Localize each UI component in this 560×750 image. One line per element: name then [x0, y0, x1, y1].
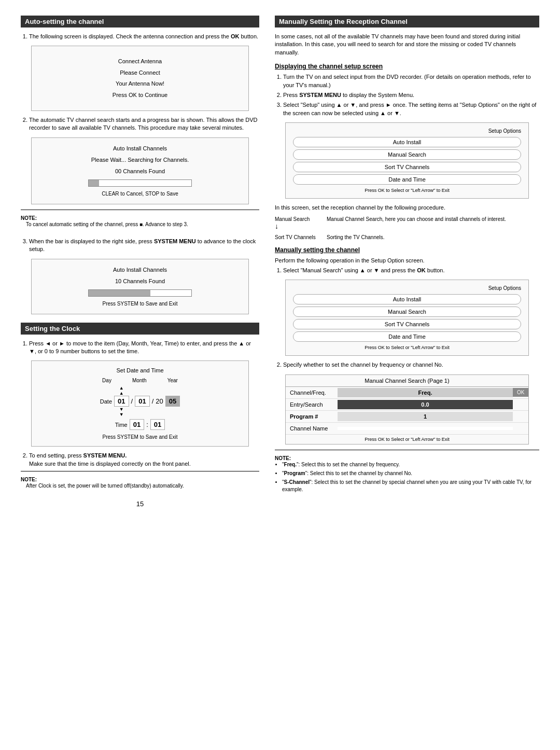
ms-label-2: Program # [286, 412, 338, 421]
progress-bar2 [88, 289, 192, 297]
right-note-1: "Program": Select this to set the channe… [282, 470, 539, 477]
month-label: Month [132, 378, 147, 383]
note-label-manual: Manual Search ↓ [275, 216, 321, 230]
note-divider1 [21, 210, 259, 210]
connect-line2: Please Connect [42, 69, 238, 77]
day-label: Day [102, 378, 111, 383]
step3: When the bar is displayed to the right s… [29, 238, 259, 254]
month-stepper: 01 [135, 396, 149, 407]
display-step3: Select "Setup" using ▲ or ▼, and press ►… [283, 101, 539, 117]
menu1-item0[interactable]: Auto Install [293, 137, 521, 147]
manually-step1: Select "Manual Search" using ▲ or ▼ and … [283, 267, 539, 274]
time-colon: : [146, 421, 148, 428]
clock-note1: After Clock is set, the power will be tu… [26, 482, 259, 490]
connect-line4: Press OK to Continue [42, 91, 238, 99]
dt-title: Set Date and Time [40, 367, 240, 373]
step1: The following screen is displayed. Check… [29, 33, 259, 40]
dt-labels: Day Month Year [40, 378, 240, 383]
ms-row-1: Entry/Search 0.0 [286, 399, 528, 411]
setup-menu2-footer: Press OK to Select or "Left Arrow" to Ex… [293, 345, 521, 350]
dialog2-footer: Press SYSTEM to Save and Exit [40, 301, 240, 307]
clock-step2: To end setting, press SYSTEM MENU. Make … [29, 452, 259, 468]
setup-menu1: Setup Options Auto Install Manual Search… [285, 122, 529, 199]
min-value: 01 [150, 419, 165, 430]
dialog1-footer: CLEAR to Cancel, STOP to Save [40, 191, 240, 197]
note1-text: To cancel automatic setting of the chann… [26, 221, 259, 228]
manually-step2: Specify whether to set the channel by fr… [283, 361, 539, 369]
month-value: 01 [135, 396, 149, 407]
display-step2: Press SYSTEM MENU to display the System … [283, 91, 539, 99]
ms-value-2[interactable]: 1 [338, 412, 513, 421]
menu2-item3[interactable]: Date and Time [293, 331, 521, 342]
progress-bar1-inner [89, 180, 99, 186]
manually-step1-pre: Perform the following operation in the S… [275, 257, 539, 265]
page-number: 15 [21, 500, 259, 508]
display-steps: Turn the TV on and select input from the… [275, 73, 539, 117]
connect-line1: Connect Antenna [42, 58, 238, 65]
day-down-arrow[interactable]: ▼ [119, 407, 124, 417]
note-label1: NOTE: [21, 215, 259, 221]
arrow-down-symbol: ↓ [275, 222, 321, 230]
day-stepper: ▲ 01 ▼ [114, 385, 129, 417]
manual-channel-search: Manual Channel Search (Page 1) Channel/F… [285, 374, 529, 445]
dialog1-line3: 00 Channels Found [40, 168, 240, 174]
connect-line3: Your Antenna Now! [42, 80, 238, 88]
ms-spacer-1 [513, 403, 528, 406]
ms-label-3: Channel Name [286, 424, 338, 433]
clock-title: Setting the Clock [21, 323, 259, 335]
manually-setting-title: Manually setting the channel [275, 246, 539, 254]
two-col-note1: Manual Search ↓ Manual Channel Search, h… [275, 216, 539, 230]
two-col-note2: Sort TV Channels Sorting the TV Channels… [275, 234, 539, 240]
menu2-item2[interactable]: Sort TV Channels [293, 319, 521, 329]
ms-row-2: Program # 1 [286, 411, 528, 423]
ms-label-0: Channel/Freq. [286, 388, 338, 397]
ms-label-1: Entry/Search [286, 400, 338, 409]
right-notes: "Freq.": Select this to set the channel … [275, 461, 539, 493]
menu1-item3[interactable]: Date and Time [293, 174, 521, 185]
ms-value-1[interactable]: 0.0 [338, 400, 513, 409]
menu1-item1[interactable]: Manual Search [293, 149, 521, 160]
note-desc-sort: Sorting the TV Channels. [327, 234, 539, 240]
ms-value-0[interactable]: Freq. [338, 388, 513, 397]
note-desc-manual: Manual Channel Search, here you can choo… [327, 216, 539, 230]
in-screen-text: In this screen, set the reception channe… [275, 204, 539, 212]
year-label: Year [167, 378, 178, 383]
day-value: 01 [114, 396, 129, 407]
ms-title: Manual Channel Search (Page 1) [286, 375, 528, 387]
right-intro: In some cases, not all of the available … [275, 33, 539, 57]
dt-footer: Press SYSTEM to Save and Exit [40, 434, 240, 440]
dialog2-line2: 10 Channels Found [40, 278, 240, 284]
ms-spacer-3 [513, 427, 528, 430]
time-label: Time [115, 422, 128, 428]
clock-step1: Press ◄ or ► to move to the item (Day, M… [29, 340, 259, 356]
display-step1: Turn the TV on and select input from the… [283, 73, 539, 89]
menu2-item0[interactable]: Auto Install [293, 294, 521, 304]
ms-value-3[interactable] [338, 427, 513, 430]
dialog2-line1: Auto Install Channels [40, 267, 240, 273]
note-divider2 [21, 471, 259, 471]
setup-menu1-title: Setup Options [293, 128, 521, 134]
display-setup-title: Displaying the channel setup screen [275, 63, 539, 70]
hour-value: 01 [130, 419, 144, 430]
progress-bar2-inner [89, 290, 150, 296]
note-label2: NOTE: [21, 477, 259, 482]
right-note-label: NOTE: [275, 455, 539, 461]
menu2-item1[interactable]: Manual Search [293, 307, 521, 317]
setup-menu2-title: Setup Options [293, 285, 521, 291]
step2: The automatic TV channel search starts a… [29, 116, 259, 132]
ms-row-3: Channel Name [286, 423, 528, 435]
date-label: Date [100, 398, 112, 405]
right-column: Manually Setting the Reception Channel I… [275, 16, 539, 508]
ms-spacer-2 [513, 415, 528, 418]
clock-section: Setting the Clock Press ◄ or ► to move t… [21, 323, 259, 490]
progress-bar1 [88, 179, 192, 187]
year-prefix: 20 [156, 397, 163, 405]
time-row: Time 01 : 01 [40, 419, 240, 430]
dialog1-line2: Please Wait... Searching for Channels. [40, 157, 240, 163]
day-up-arrow[interactable]: ▲ [119, 385, 124, 396]
ms-ok-btn[interactable]: OK [513, 388, 528, 397]
menu1-item2[interactable]: Sort TV Channels [293, 162, 521, 172]
auto-setting-title: Auto-setting the channel [21, 16, 259, 27]
right-note-2: "S-Channel": Select this to set the chan… [282, 479, 539, 493]
right-note-0: "Freq.": Select this to set the channel … [282, 461, 539, 468]
